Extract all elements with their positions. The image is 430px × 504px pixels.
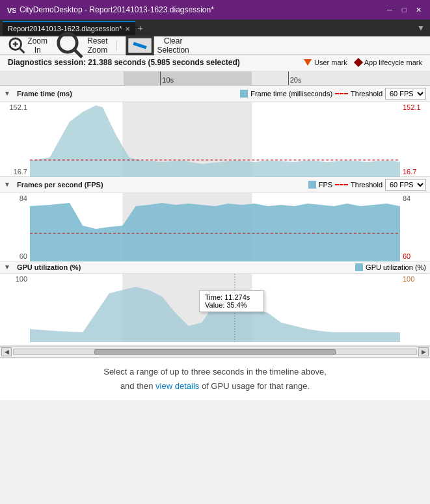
fps-y-max: 84 [3,194,27,202]
app-lifecycle-mark-label: App lifecycle mark [364,59,422,66]
selection-region [124,72,251,85]
fps-panel: ▼ Frames per second (FPS) FPS Threshold … [0,177,430,261]
fps-y-right: 84 60 [400,193,430,261]
tab-close-button[interactable]: ✕ [125,25,130,33]
scroll-thumb[interactable] [94,349,336,354]
fps-title: Frames per second (FPS) [17,181,103,189]
svg-line-7 [75,50,82,57]
view-details-link[interactable]: view details [155,381,199,391]
tab-overflow-button[interactable]: ▼ [414,23,427,33]
svg-point-6 [59,34,77,52]
toolbar-separator [116,40,117,51]
gpu-header: ▼ GPU utilization (%) GPU utilization (%… [0,261,430,274]
frame-time-y-min: 16.7 [3,168,27,176]
gpu-area: Time: 11.274s Value: 35.4% [30,274,400,342]
session-info: Diagnostics session: 21.388 seconds (5.9… [8,57,240,68]
close-button[interactable]: ✕ [412,3,425,16]
fps-body: 84 60 84 60 [0,193,430,261]
frame-time-svg [30,102,400,177]
frame-time-panel: ▼ Frame time (ms) Frame time (millisecon… [0,86,430,177]
scroll-track[interactable] [13,349,417,355]
frame-time-y-max: 152.1 [3,103,27,111]
threshold-label: Threshold [351,90,383,98]
info-bar: Diagnostics session: 21.388 seconds (5.9… [0,55,430,72]
scroll-bar: ◀ ▶ [0,346,430,358]
bottom-line1: Select a range of up to three seconds in… [13,365,417,379]
gpu-title: GPU utilization (%) [17,263,81,271]
gpu-y-max-right: 100 [403,275,427,283]
gpu-legend: GPU utilization (%) [355,263,426,271]
legend-marks: User mark App lifecycle mark [304,59,422,66]
fps-threshold-label: Threshold [351,181,383,189]
clear-selection-button[interactable]: Clear Selection [122,29,191,62]
ruler-tick-20s: 20s [288,72,289,85]
gpu-y-left: 100 0 [0,274,30,342]
gpu-y-max: 100 [3,275,27,283]
fps-legend-label: FPS [319,181,332,189]
vs-logo-icon: VS [5,5,16,15]
maximize-button[interactable]: □ [397,3,410,16]
frame-time-title: Frame time (ms) [17,90,72,98]
frame-time-collapse[interactable]: ▼ [4,90,10,97]
frame-time-header: ▼ Frame time (ms) Frame time (millisecon… [0,86,430,102]
fps-y-max-right: 84 [403,194,427,202]
toolbar: Zoom In Reset Zoom Clear Selection [0,36,430,55]
frame-time-y-min-right: 16.7 [403,168,427,176]
fps-legend-box [308,181,316,189]
gpu-body: 100 0 100 0 Time: 11.274s Value: 35.4% [0,274,430,342]
tooltip-value: Value: 35.4% [205,301,258,309]
threshold-dash [335,93,348,94]
fps-collapse[interactable]: ▼ [4,181,10,188]
app-title: CityDemoDesktop - Report20141013-1623.di… [20,5,383,14]
gpu-legend-label: GPU utilization (%) [366,263,426,271]
fps-header: ▼ Frames per second (FPS) FPS Threshold … [0,177,430,193]
frame-time-body: 152.1 16.7 152.1 16.7 [0,102,430,177]
fps-threshold-dash [335,184,348,185]
fps-y-left: 84 60 [0,193,30,261]
svg-marker-14 [30,203,400,261]
fps-area [30,193,400,261]
ruler-label-10s: 10s [162,76,174,84]
scroll-left-button[interactable]: ◀ [1,347,12,356]
tooltip: Time: 11.274s Value: 35.4% [199,290,264,312]
fps-fps-select[interactable]: 60 FPS 30 FPS [385,179,426,191]
clear-selection-icon [125,31,155,60]
ruler-tick-10s: 10s [160,72,161,85]
fps-y-mid-right: 60 [403,252,427,260]
fps-legend: FPS Threshold 60 FPS 30 FPS [308,179,426,191]
user-mark-label: User mark [314,59,347,66]
svg-text:VS: VS [7,7,16,14]
frame-time-legend-label: Frame time (milliseconds) [250,90,332,98]
svg-line-3 [20,48,25,53]
bottom-line2: and then view details of GPU usage for t… [13,379,417,393]
app-lifecycle-mark-icon [354,58,363,67]
ruler-label-20s: 20s [290,76,302,84]
frame-time-fps-select[interactable]: 60 FPS 30 FPS [385,88,426,99]
bottom-info: Select a range of up to three seconds in… [0,358,430,400]
gpu-collapse[interactable]: ▼ [4,263,10,271]
gpu-panel: ▼ GPU utilization (%) GPU utilization (%… [0,261,430,346]
minimize-button[interactable]: ─ [383,3,396,16]
zoom-in-button[interactable]: Zoom In [5,35,50,56]
gpu-y-right: 100 0 [400,274,430,342]
frame-time-legend-box [240,90,248,98]
frame-time-y-max-right: 152.1 [403,103,427,111]
title-controls: ─ □ ✕ [383,3,425,16]
reset-zoom-icon [55,31,84,59]
app-lifecycle-mark-item: App lifecycle mark [355,59,422,66]
scroll-right-button[interactable]: ▶ [418,347,429,356]
title-bar: VS CityDemoDesktop - Report20141013-1623… [0,0,430,20]
frame-time-legend: Frame time (milliseconds) Threshold 60 F… [240,88,426,99]
user-mark-icon [304,59,312,66]
fps-svg [30,193,400,261]
tooltip-time: Time: 11.274s [205,293,258,301]
user-mark-item: User mark [304,59,347,66]
frame-time-y-right: 152.1 16.7 [400,102,430,177]
fps-y-mid: 60 [3,252,27,260]
timeline-ruler: 10s 20s [0,72,430,86]
reset-zoom-button[interactable]: Reset Zoom [53,29,111,60]
frame-time-y-left: 152.1 16.7 [0,102,30,177]
zoom-in-icon [8,36,25,54]
gpu-legend-box [355,263,363,271]
ruler-track: 10s 20s [33,72,397,85]
